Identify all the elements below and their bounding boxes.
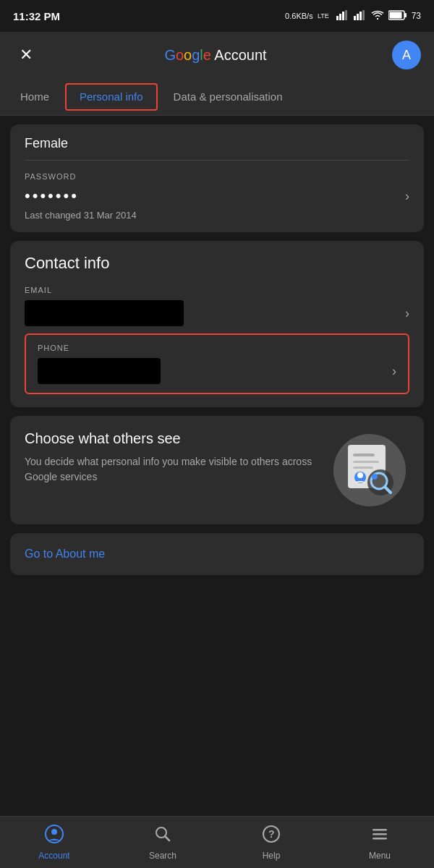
svg-rect-2 <box>339 14 341 20</box>
tabs-bar: Home Personal info Data & personalisatio… <box>0 78 434 116</box>
nav-label-menu: Menu <box>369 851 391 861</box>
bottom-nav: Account Search ? Help Menu <box>0 816 434 868</box>
signal-bars-2-icon <box>354 10 367 22</box>
svg-text:LTE: LTE <box>318 12 329 20</box>
wifi-icon <box>371 10 384 22</box>
nav-label-search: Search <box>149 851 176 861</box>
choose-others-card: Choose what others see You decide what p… <box>10 416 424 524</box>
choose-text: Choose what others see You decide what p… <box>25 430 318 485</box>
phone-section[interactable]: PHONE › <box>25 333 409 394</box>
svg-rect-11 <box>389 12 401 19</box>
email-chevron-icon: › <box>405 306 409 321</box>
account-icon <box>45 825 64 848</box>
tab-data-personalisation[interactable]: Data & personalisation <box>161 78 296 116</box>
contact-info-title: Contact info <box>25 254 409 273</box>
svg-rect-16 <box>353 467 373 469</box>
avatar[interactable]: A <box>392 41 421 69</box>
divider <box>25 160 409 161</box>
phone-row: › <box>38 358 396 384</box>
phone-chevron-icon: › <box>392 364 396 379</box>
choose-illustration <box>330 430 409 510</box>
close-button[interactable]: ✕ <box>13 42 39 68</box>
svg-rect-30 <box>373 833 387 835</box>
email-field[interactable]: EMAIL › <box>25 286 409 326</box>
about-me-card[interactable]: Go to About me <box>10 533 424 575</box>
svg-point-24 <box>51 829 57 835</box>
svg-rect-14 <box>353 454 375 456</box>
svg-rect-4 <box>345 10 347 20</box>
status-bar: 11:32 PM 0.6KB/s LTE <box>0 0 434 32</box>
network-speed: 0.6KB/s <box>285 12 313 20</box>
content-area: Female PASSWORD ••••••• › Last changed 3… <box>0 116 434 816</box>
svg-rect-3 <box>342 12 344 20</box>
menu-icon <box>370 825 389 848</box>
password-row[interactable]: ••••••• › <box>25 187 409 205</box>
svg-rect-5 <box>354 16 356 20</box>
phone-redacted <box>38 358 161 384</box>
nav-item-account[interactable]: Account <box>0 825 109 861</box>
password-chevron-icon: › <box>405 189 409 204</box>
battery-icon <box>388 10 407 22</box>
network-icon: LTE <box>318 10 332 22</box>
help-icon: ? <box>262 825 281 848</box>
search-icon <box>153 825 172 848</box>
tab-personal-info[interactable]: Personal info <box>65 83 158 111</box>
nav-item-menu[interactable]: Menu <box>326 825 434 861</box>
svg-rect-6 <box>357 14 359 20</box>
email-row: › <box>25 300 409 326</box>
svg-point-18 <box>357 472 363 478</box>
choose-desc: You decide what personal info you make v… <box>25 454 318 485</box>
nav-item-search[interactable]: Search <box>109 825 217 861</box>
svg-rect-31 <box>373 838 387 840</box>
app-header: ✕ Google Account A <box>0 32 434 78</box>
svg-rect-7 <box>359 12 362 20</box>
tab-home[interactable]: Home <box>7 78 62 116</box>
svg-point-22 <box>372 474 378 480</box>
status-icons: 0.6KB/s LTE <box>285 10 421 22</box>
battery-level: 73 <box>412 11 421 21</box>
email-label: EMAIL <box>25 286 409 294</box>
signal-bars-icon <box>336 10 349 22</box>
nav-item-help[interactable]: ? Help <box>217 825 326 861</box>
about-me-link[interactable]: Go to About me <box>25 548 409 561</box>
svg-rect-8 <box>362 10 365 20</box>
svg-rect-15 <box>353 461 379 463</box>
svg-text:?: ? <box>268 828 275 840</box>
choose-title: Choose what others see <box>25 430 318 447</box>
phone-label: PHONE <box>38 344 396 352</box>
nav-label-help: Help <box>263 851 281 861</box>
password-label: PASSWORD <box>25 172 409 181</box>
nav-label-account: Account <box>38 851 69 861</box>
svg-line-26 <box>165 836 169 841</box>
svg-rect-29 <box>373 829 387 831</box>
gender-password-card: Female PASSWORD ••••••• › Last changed 3… <box>10 124 424 232</box>
password-masked: ••••••• <box>25 187 79 205</box>
email-redacted <box>25 300 184 326</box>
svg-rect-1 <box>336 16 339 20</box>
password-meta: Last changed 31 Mar 2014 <box>25 210 409 221</box>
gender-value: Female <box>25 136 409 151</box>
contact-info-card: Contact info EMAIL › PHONE › <box>10 241 424 407</box>
status-time: 11:32 PM <box>13 10 60 22</box>
header-title: Google Account <box>164 47 266 64</box>
svg-rect-10 <box>404 13 407 17</box>
